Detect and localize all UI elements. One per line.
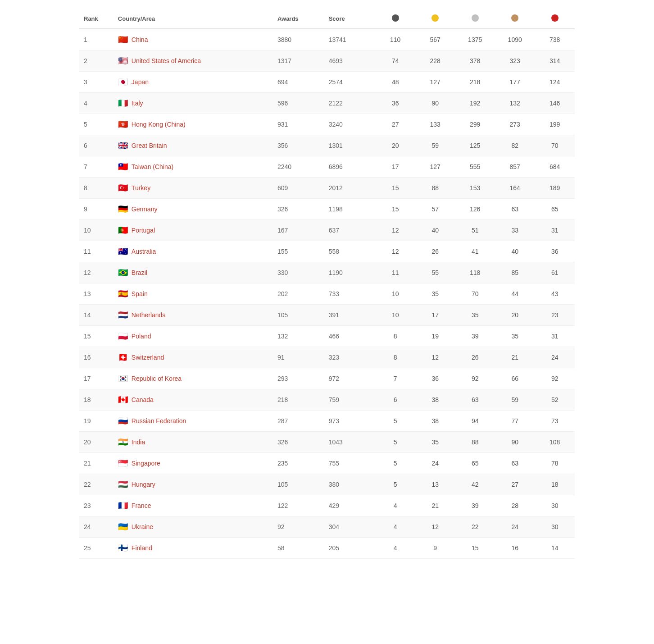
country-name[interactable]: Spain — [132, 290, 148, 297]
country-cell: 🇯🇵 Japan — [114, 72, 273, 93]
table-body: 1 🇨🇳 China 3880 13741 110 567 1375 1090 … — [79, 29, 575, 559]
country-name[interactable]: Finland — [132, 544, 152, 552]
gold-medal-cell: 12 — [415, 516, 455, 538]
score-cell: 755 — [324, 453, 376, 474]
bronze-medal-cell: 27 — [495, 474, 535, 495]
country-cell: 🇨🇳 China — [114, 29, 273, 50]
score-cell: 2122 — [324, 93, 376, 114]
country-name[interactable]: China — [132, 36, 148, 43]
red-medal-cell: 78 — [535, 453, 575, 474]
country-name[interactable]: United States of America — [132, 57, 201, 64]
gold-medal-cell: 567 — [415, 29, 455, 50]
country-flag: 🇳🇱 — [118, 311, 128, 319]
rank-cell: 8 — [79, 178, 114, 199]
country-name[interactable]: Taiwan (China) — [132, 163, 173, 170]
country-name[interactable]: Italy — [132, 100, 143, 107]
score-cell: 429 — [324, 495, 376, 516]
silver-medal-cell: 92 — [455, 368, 495, 389]
country-name[interactable]: Russian Federation — [132, 417, 186, 425]
dark-medal-cell: 11 — [375, 262, 415, 283]
country-name[interactable]: Switzerland — [132, 354, 164, 361]
rankings-table-container: Rank Country/Area Awards Score — [79, 0, 575, 568]
rank-cell: 11 — [79, 241, 114, 262]
awards-cell: 931 — [273, 114, 324, 135]
rankings-table: Rank Country/Area Awards Score — [79, 9, 575, 559]
country-flag: 🇫🇮 — [118, 544, 128, 552]
silver-medal-cell: 22 — [455, 516, 495, 538]
silver-medal-cell: 118 — [455, 262, 495, 283]
country-name[interactable]: Hong Kong (China) — [132, 121, 186, 128]
dark-medal-cell: 5 — [375, 411, 415, 432]
country-name[interactable]: Singapore — [132, 460, 160, 467]
red-medal-cell: 199 — [535, 114, 575, 135]
awards-cell: 596 — [273, 93, 324, 114]
silver-medal-cell: 192 — [455, 93, 495, 114]
red-medal-cell: 70 — [535, 135, 575, 156]
gold-medal-cell: 55 — [415, 262, 455, 283]
country-name[interactable]: Portugal — [132, 227, 155, 234]
gold-medal-cell: 35 — [415, 432, 455, 453]
dark-medal-cell: 110 — [375, 29, 415, 50]
rank-cell: 16 — [79, 347, 114, 368]
gold-medal-cell: 19 — [415, 326, 455, 347]
country-cell: 🇨🇦 Canada — [114, 389, 273, 411]
gold-medal-cell: 228 — [415, 50, 455, 72]
awards-cell: 155 — [273, 241, 324, 262]
country-name[interactable]: Japan — [132, 78, 149, 86]
rank-cell: 18 — [79, 389, 114, 411]
gold-medal-cell: 26 — [415, 241, 455, 262]
awards-header: Awards — [273, 9, 324, 29]
dark-medal-cell: 48 — [375, 72, 415, 93]
country-name[interactable]: Australia — [132, 248, 156, 255]
score-cell: 1301 — [324, 135, 376, 156]
country-name[interactable]: Republic of Korea — [132, 375, 182, 382]
rank-cell: 1 — [79, 29, 114, 50]
bronze-medal-cell: 44 — [495, 283, 535, 305]
country-cell: 🇷🇺 Russian Federation — [114, 411, 273, 432]
country-flag: 🇦🇺 — [118, 247, 128, 256]
country-name[interactable]: Brazil — [132, 269, 147, 276]
bronze-medal-header — [495, 9, 535, 29]
country-flag: 🇮🇳 — [118, 438, 128, 446]
silver-medal-cell: 1375 — [455, 29, 495, 50]
country-name[interactable]: Ukraine — [132, 523, 153, 530]
table-row: 16 🇨🇭 Switzerland 91 323 8 12 26 21 24 — [79, 347, 575, 368]
country-name[interactable]: Poland — [132, 333, 151, 340]
country-name[interactable]: Turkey — [132, 184, 150, 192]
dark-medal-cell: 4 — [375, 538, 415, 559]
country-cell: 🇨🇭 Switzerland — [114, 347, 273, 368]
awards-cell: 218 — [273, 389, 324, 411]
table-row: 6 🇬🇧 Great Britain 356 1301 20 59 125 82… — [79, 135, 575, 156]
awards-cell: 330 — [273, 262, 324, 283]
dark-circle-icon — [392, 14, 399, 22]
dark-medal-cell: 5 — [375, 453, 415, 474]
country-name[interactable]: India — [132, 438, 145, 446]
table-row: 5 🇭🇰 Hong Kong (China) 931 3240 27 133 2… — [79, 114, 575, 135]
gold-medal-cell: 17 — [415, 305, 455, 326]
rank-cell: 10 — [79, 220, 114, 241]
gold-medal-cell: 12 — [415, 347, 455, 368]
silver-medal-cell: 70 — [455, 283, 495, 305]
silver-medal-cell: 26 — [455, 347, 495, 368]
country-name[interactable]: Canada — [132, 396, 154, 403]
red-medal-cell: 684 — [535, 156, 575, 178]
score-cell: 323 — [324, 347, 376, 368]
bronze-medal-cell: 28 — [495, 495, 535, 516]
country-cell: 🇳🇱 Netherlands — [114, 305, 273, 326]
gold-medal-cell: 88 — [415, 178, 455, 199]
country-name[interactable]: Netherlands — [132, 311, 166, 319]
country-cell: 🇵🇱 Poland — [114, 326, 273, 347]
country-name[interactable]: Germany — [132, 206, 158, 213]
awards-cell: 287 — [273, 411, 324, 432]
score-cell: 205 — [324, 538, 376, 559]
rank-cell: 20 — [79, 432, 114, 453]
country-flag: 🇷🇺 — [118, 417, 128, 425]
country-name[interactable]: Hungary — [132, 481, 155, 488]
rank-cell: 22 — [79, 474, 114, 495]
country-name[interactable]: Great Britain — [132, 142, 167, 149]
country-name[interactable]: France — [132, 502, 151, 509]
bronze-medal-cell: 857 — [495, 156, 535, 178]
rank-cell: 17 — [79, 368, 114, 389]
red-medal-cell: 124 — [535, 72, 575, 93]
bronze-medal-cell: 33 — [495, 220, 535, 241]
